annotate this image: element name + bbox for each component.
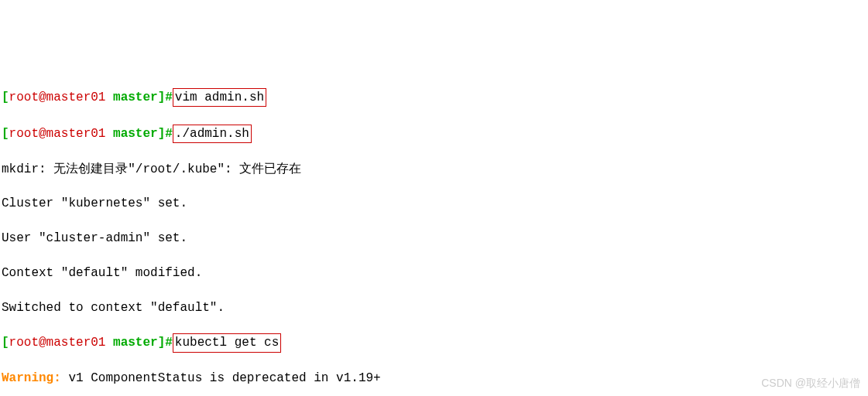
output-cluster-set: Cluster "kubernetes" set.	[2, 195, 866, 212]
prompt-dir: master	[113, 127, 158, 141]
output-mkdir: mkdir: 无法创建目录"/root/.kube": 文件已存在	[2, 161, 866, 178]
prompt-sep	[105, 127, 113, 141]
prompt-bracket-close: ]#	[158, 336, 173, 350]
prompt-dir: master	[113, 90, 158, 104]
prompt-user: root@master01	[9, 90, 106, 104]
output-switched-context: Switched to context "default".	[2, 299, 866, 316]
command-kubectl-get-cs: kubectl get cs	[173, 333, 281, 352]
prompt-user: root@master01	[9, 127, 106, 141]
output-context-modified: Context "default" modified.	[2, 265, 866, 282]
watermark: CSDN @取经小唐僧	[761, 376, 860, 391]
prompt-bracket-open: [	[2, 127, 9, 141]
output-user-set: User "cluster-admin" set.	[2, 230, 866, 247]
prompt-sep	[105, 336, 113, 350]
terminal-output: [root@master01 master]#vim admin.sh [roo…	[2, 71, 866, 396]
prompt-sep	[105, 90, 113, 104]
prompt-bracket-close: ]#	[158, 127, 173, 141]
warning-text: v1 ComponentStatus is deprecated in v1.1…	[61, 371, 381, 385]
prompt-bracket-open: [	[2, 90, 9, 104]
command-admin-sh: ./admin.sh	[173, 125, 252, 143]
prompt-dir: master	[113, 336, 158, 350]
command-vim: vim admin.sh	[173, 88, 266, 107]
warning-label: Warning:	[2, 371, 61, 385]
prompt-user: root@master01	[9, 336, 106, 350]
prompt-bracket-open: [	[2, 336, 9, 350]
prompt-bracket-close: ]#	[158, 90, 173, 104]
